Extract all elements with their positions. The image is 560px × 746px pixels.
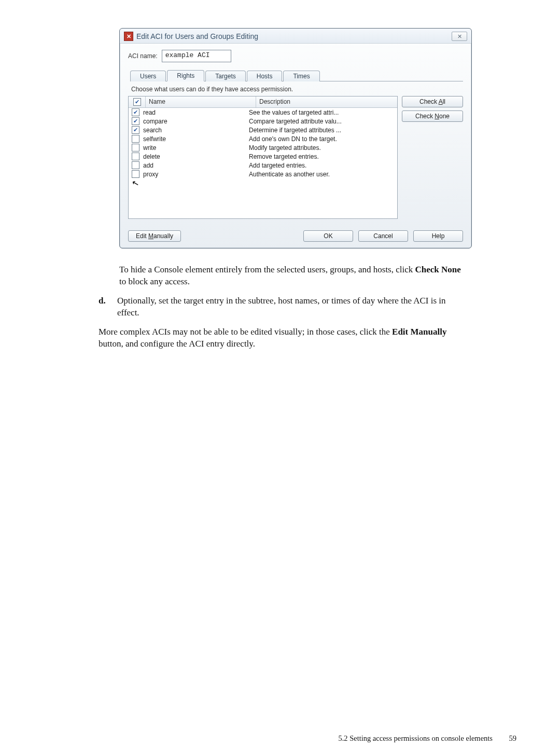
page-footer: 5.2 Setting access permissions on consol… xyxy=(338,734,516,743)
row-checkbox[interactable] xyxy=(132,161,139,169)
text: to block any access. xyxy=(119,277,190,286)
tab-hosts[interactable]: Hosts xyxy=(247,71,283,81)
row-checkbox[interactable] xyxy=(132,153,139,160)
header-checkbox-column[interactable]: ✔ xyxy=(129,96,146,107)
document-body: To hide a Console element entirely from … xyxy=(99,264,468,350)
table-row[interactable]: ✔ search Determine if targeted attribute… xyxy=(129,126,397,134)
right-name: write xyxy=(142,144,249,151)
right-name: delete xyxy=(142,153,249,160)
right-description: Add targeted entries. xyxy=(249,162,397,169)
table-row[interactable]: ✔ compare Compare targeted attribute val… xyxy=(129,117,397,126)
table-row[interactable]: ✔ read See the values of targeted attri.… xyxy=(129,108,397,117)
row-checkbox[interactable]: ✔ xyxy=(132,108,139,116)
right-description: Authenticate as another user. xyxy=(249,171,397,178)
edit-manually-button[interactable]: Edit Manually xyxy=(128,230,181,242)
table-row[interactable]: write Modify targeted attributes. xyxy=(129,143,397,152)
list-marker: d. xyxy=(99,295,117,319)
table-row[interactable]: selfwrite Add one's own DN to the target… xyxy=(129,134,397,143)
right-name: selfwrite xyxy=(142,135,249,143)
bold-term: Check None xyxy=(415,265,461,274)
rights-table-body: ✔ read See the values of targeted attri.… xyxy=(129,108,397,178)
header-name[interactable]: Name xyxy=(146,96,256,107)
tab-times[interactable]: Times xyxy=(283,71,319,81)
tabstrip: Users Rights Targets Hosts Times xyxy=(130,70,463,81)
window-close-button[interactable]: ✕ xyxy=(452,32,467,41)
bold-term: Edit Manually xyxy=(392,327,446,337)
app-x-icon: ✕ xyxy=(124,32,133,41)
row-checkbox[interactable] xyxy=(132,144,139,151)
aci-name-label: ACI name: xyxy=(128,52,158,60)
list-item-text: Optionally, set the target entry in the … xyxy=(117,295,468,319)
footer-section-title: 5.2 Setting access permissions on consol… xyxy=(338,734,493,743)
cancel-button[interactable]: Cancel xyxy=(358,230,408,242)
tab-rights[interactable]: Rights xyxy=(167,70,204,81)
header-description[interactable]: Description xyxy=(256,96,397,107)
rights-table-header: ✔ Name Description xyxy=(129,96,397,108)
right-description: Determine if targeted attributes ... xyxy=(249,127,397,134)
titlebar: ✕ Edit ACI for Users and Groups Editing … xyxy=(120,29,471,44)
right-name: add xyxy=(142,162,249,169)
tab-targets[interactable]: Targets xyxy=(205,71,245,81)
help-button[interactable]: Help xyxy=(413,230,463,242)
right-description: Compare targeted attribute valu... xyxy=(249,118,397,125)
right-name: compare xyxy=(142,118,249,125)
right-description: Modify targeted attributes. xyxy=(249,144,397,151)
row-checkbox[interactable]: ✔ xyxy=(132,117,139,125)
list-item: d. Optionally, set the target entry in t… xyxy=(99,295,468,319)
right-name: proxy xyxy=(142,171,249,178)
select-all-checkbox[interactable]: ✔ xyxy=(133,98,141,106)
check-none-button[interactable]: Check None xyxy=(402,110,463,122)
mouse-cursor-icon: ↖ xyxy=(131,178,139,189)
tab-description: Choose what users can do if they have ac… xyxy=(131,86,463,93)
aci-name-input[interactable]: example ACI xyxy=(162,50,231,62)
table-row[interactable]: delete Remove targeted entries. xyxy=(129,152,397,161)
right-description: See the values of targeted attri... xyxy=(249,109,397,116)
table-row[interactable]: add Add targeted entries. xyxy=(129,161,397,170)
ok-button[interactable]: OK xyxy=(303,230,353,242)
side-button-column: Check All Check None xyxy=(402,96,463,219)
text: button, and configure the ACI entry dire… xyxy=(99,339,255,349)
right-name: read xyxy=(142,109,249,116)
aci-editor-screenshot: ✕ Edit ACI for Users and Groups Editing … xyxy=(119,28,472,248)
right-name: search xyxy=(142,127,249,134)
close-icon: ✕ xyxy=(457,33,462,40)
window-title: Edit ACI for Users and Groups Editing xyxy=(136,32,452,40)
paragraph: To hide a Console element entirely from … xyxy=(119,264,468,288)
page-number: 59 xyxy=(504,734,516,743)
aci-editor-dialog: ✕ Edit ACI for Users and Groups Editing … xyxy=(119,28,472,248)
rights-table: ✔ Name Description ✔ read See the values… xyxy=(128,96,398,219)
tab-users[interactable]: Users xyxy=(130,71,166,81)
table-row[interactable]: proxy Authenticate as another user. xyxy=(129,170,397,178)
row-checkbox[interactable]: ✔ xyxy=(132,126,139,134)
aci-name-row: ACI name: example ACI xyxy=(128,50,463,62)
row-checkbox[interactable] xyxy=(132,135,139,143)
paragraph: More complex ACIs may not be able to be … xyxy=(99,326,468,350)
row-checkbox[interactable] xyxy=(132,170,139,178)
dialog-footer: Edit Manually OK Cancel Help xyxy=(128,230,463,242)
check-all-button[interactable]: Check All xyxy=(402,96,463,107)
text: To hide a Console element entirely from … xyxy=(119,265,415,274)
right-description: Add one's own DN to the target. xyxy=(249,135,397,143)
text: More complex ACIs may not be able to be … xyxy=(99,327,392,337)
right-description: Remove targeted entries. xyxy=(249,153,397,160)
